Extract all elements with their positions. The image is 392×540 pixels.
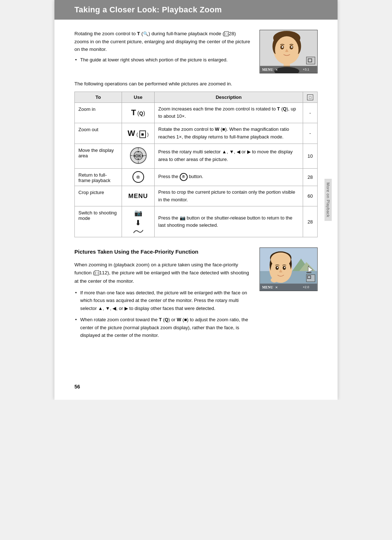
row-to-zoom-in: Zoom in xyxy=(75,102,122,123)
table-row: Switch to shooting mode 📷 ⬇ Press the 📷 … xyxy=(75,206,318,237)
table-row: Zoom out W ( ■ ) Rotate the zoom control… xyxy=(75,123,318,144)
page-container: Taking a Closer Look: Playback Zoom Rota… xyxy=(54,0,338,400)
face-priority-bullet1: If more than one face was detected, the … xyxy=(80,289,251,312)
intro-section: Rotating the zoom control to T (🔍) durin… xyxy=(74,30,318,73)
svg-point-46 xyxy=(284,267,285,268)
row-to-return: Return to full-frame playback xyxy=(75,168,122,186)
svg-text:✕: ✕ xyxy=(275,286,278,289)
row-to-zoom-out: Zoom out xyxy=(75,123,122,144)
face-priority-bullet2: When rotate zoom control toward the T (Q… xyxy=(80,316,251,339)
row-use-zoom-out: W ( ■ ) xyxy=(122,123,155,144)
face-priority-title: Pictures Taken Using the Face-Priority F… xyxy=(74,247,251,257)
face-priority-section: Pictures Taken Using the Face-Priority F… xyxy=(74,247,318,339)
operations-table: To Use Description □ Zoom in T (Q) Zoom … xyxy=(74,92,318,238)
svg-rect-36 xyxy=(306,272,311,273)
camera-inline-icon: 📷 xyxy=(180,215,185,221)
down-arrow-icon: ⬇ xyxy=(135,218,141,227)
row-ref-return: 28 xyxy=(303,168,318,186)
table-row: Move the display area OK ▲ xyxy=(75,144,318,168)
face-priority-preview-image: MENU ✕ ×2.0 xyxy=(260,247,318,291)
intro-image-block: MENU ✕ ×3.1 xyxy=(260,30,318,73)
row-desc-crop: Press to crop the current picture to con… xyxy=(155,186,303,206)
camera-preview-image: MENU ✕ ×3.1 xyxy=(260,30,318,73)
svg-text:◀: ◀ xyxy=(133,154,135,157)
face-priority-image-block: MENU ✕ ×2.0 xyxy=(260,247,318,339)
ok-button-icon: ® xyxy=(132,171,144,183)
row-to-switch: Switch to shooting mode xyxy=(75,206,122,237)
row-ref-move: 10 xyxy=(303,144,318,168)
svg-point-8 xyxy=(282,46,283,48)
table-header-to: To xyxy=(75,92,122,102)
svg-text:MENU: MENU xyxy=(262,285,273,289)
row-ref-switch: 28 xyxy=(303,206,318,237)
table-header-use: Use xyxy=(122,92,155,102)
table-row: Crop picture MENU Press to crop the curr… xyxy=(75,186,318,206)
svg-rect-16 xyxy=(306,57,315,64)
face-priority-text-block: Pictures Taken Using the Face-Priority F… xyxy=(74,247,251,339)
row-desc-zoom-in: Zoom increases each time the zoom contro… xyxy=(155,102,303,123)
table-row: Zoom in T (Q) Zoom increases each time t… xyxy=(75,102,318,123)
svg-text:✕: ✕ xyxy=(275,68,278,72)
face-priority-para1: When zooming in (playback zoom) on a pic… xyxy=(74,261,251,285)
w-bracket: ( xyxy=(136,132,138,137)
svg-text:MENU: MENU xyxy=(262,68,273,72)
table-header-desc: Description xyxy=(155,92,303,102)
row-to-crop: Crop picture xyxy=(75,186,122,206)
w-key-icon: W xyxy=(127,129,135,138)
table-header-ref: □ xyxy=(303,92,318,102)
row-desc-zoom-out: Rotate the zoom control to W (■). When t… xyxy=(155,123,303,144)
row-use-move: OK ▲ ▼ ◀ ▶ xyxy=(122,144,155,168)
camera-icon: 📷 xyxy=(134,209,142,217)
sidebar-label: More on Playback xyxy=(324,179,332,221)
row-ref-zoom-in: - xyxy=(303,102,318,123)
svg-text:▲: ▲ xyxy=(137,150,140,153)
ok-inline-icon: ® xyxy=(180,173,188,181)
row-desc-return: Press the ® button. xyxy=(155,168,303,186)
row-use-crop: MENU xyxy=(122,186,155,206)
page-title: Taking a Closer Look: Playback Zoom xyxy=(74,5,318,15)
svg-point-9 xyxy=(291,46,293,48)
title-bar: Taking a Closer Look: Playback Zoom xyxy=(54,0,338,20)
row-use-switch: 📷 ⬇ xyxy=(122,206,155,237)
rotary-selector-icon: OK ▲ ▼ ◀ ▶ xyxy=(129,146,147,165)
table-row: Return to full-frame playback ® Press th… xyxy=(75,168,318,186)
row-to-move: Move the display area xyxy=(75,144,122,168)
w-symbol: ■ xyxy=(139,130,146,138)
operations-note: The following operations can be performe… xyxy=(74,80,318,88)
intro-bullet: The guide at lower right shows which por… xyxy=(80,56,251,64)
row-desc-switch: Press the 📷 button or the shutter-releas… xyxy=(155,206,303,237)
intro-paragraph: Rotating the zoom control to T (🔍) durin… xyxy=(74,30,251,53)
row-desc-move: Press the rotary multi selector ▲, ▼, ◀ … xyxy=(155,144,303,168)
svg-text:▶: ▶ xyxy=(142,154,144,157)
svg-text:×2.0: ×2.0 xyxy=(303,285,309,289)
menu-key-icon: MENU xyxy=(128,193,148,200)
page-number: 56 xyxy=(74,384,80,390)
svg-text:▼: ▼ xyxy=(137,158,140,161)
row-ref-zoom-out: - xyxy=(303,123,318,144)
intro-text-block: Rotating the zoom control to T (🔍) durin… xyxy=(74,30,251,73)
row-ref-crop: 60 xyxy=(303,186,318,206)
row-use-zoom-in: T (Q) xyxy=(122,102,155,123)
svg-text:×3.1: ×3.1 xyxy=(303,68,309,71)
svg-point-45 xyxy=(277,267,278,268)
row-use-return: ® xyxy=(122,168,155,186)
q-symbol: Q xyxy=(139,110,143,116)
shutter-curve-icon xyxy=(133,229,144,234)
t-key-icon: T xyxy=(131,108,136,117)
